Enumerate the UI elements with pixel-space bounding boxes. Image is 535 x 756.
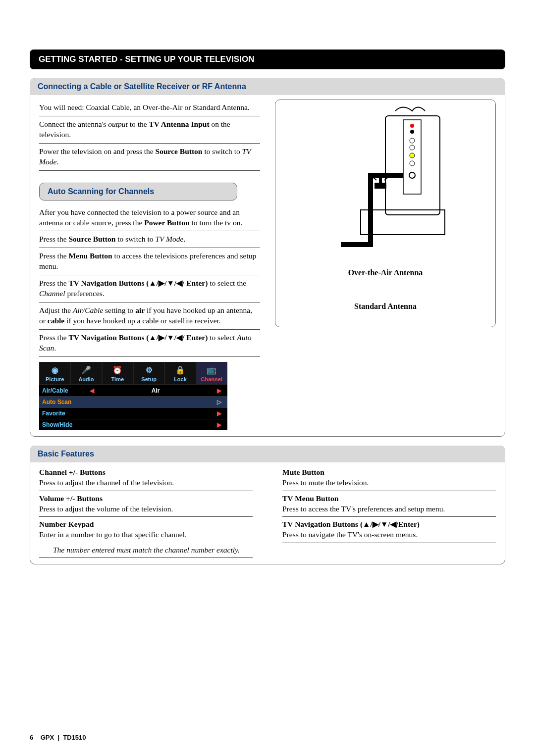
page-banner: GETTING STARTED - SETTING UP YOUR TELEVI… [30, 50, 505, 69]
basic-left-col: Channel +/- Buttons Press to adjust the … [39, 465, 253, 558]
feat-mute: Mute Button Press to mute the television… [282, 465, 496, 491]
arrow-right-icon: ▶ [214, 421, 224, 428]
row-value [87, 410, 214, 417]
menu-row-favorite: Favorite ▶ [39, 407, 227, 419]
heading-basic: Basic Features [30, 446, 505, 462]
text: Connect the antenna's [39, 120, 108, 128]
feat-volume: Volume +/- Buttons Press to adjust the v… [39, 491, 253, 517]
text-bold: TV Antenna Input [149, 120, 210, 128]
row-label: Show/Hide [42, 421, 87, 428]
text: to the [128, 120, 149, 128]
svg-point-9 [409, 172, 415, 178]
text-italic: TV Mode [155, 235, 183, 243]
text-bold: Source Button [68, 235, 115, 243]
basic-right-col: Mute Button Press to mute the television… [282, 465, 496, 558]
feat-channel: Channel +/- Buttons Press to adjust the … [39, 465, 253, 491]
para-needed: You will need: Coaxial Cable, an Over-th… [39, 100, 260, 116]
feat-body: Press to adjust the channel of the telev… [39, 478, 174, 487]
text: setting to [103, 306, 135, 314]
text: . [54, 344, 56, 352]
tab-label: Setup [141, 376, 157, 382]
audio-icon: 🎤 [71, 364, 101, 376]
row-value [87, 399, 214, 405]
page-number: 6 [30, 734, 33, 741]
text: if you have hooked up a cable or satelli… [64, 316, 220, 325]
row-label: Favorite [42, 410, 87, 417]
svg-point-7 [410, 153, 415, 158]
feat-body: Enter in a number to go to that specific… [39, 530, 187, 539]
para-as-4: Press the TV Navigation Buttons (▲/▶/▼/◀… [39, 275, 260, 302]
feat-body: Press to access the TV's preferences and… [282, 504, 445, 513]
right-column: Over-the-Air Antenna Standard Antenna [275, 100, 496, 430]
time-icon: ⏰ [103, 364, 133, 376]
text: Adjust the [39, 306, 73, 314]
section-connecting: Connecting a Cable or Satellite Receiver… [30, 78, 505, 437]
feat-head: Volume +/- Buttons [39, 494, 253, 504]
tab-label: Lock [174, 376, 187, 382]
svg-point-3 [410, 124, 414, 128]
feat-head: Number Keypad [39, 519, 253, 530]
text-italic: output [108, 120, 128, 128]
tv-menu-screenshot: ◉Picture 🎤Audio ⏰Time ⚙Setup 🔒Lock 📺Chan… [39, 362, 227, 430]
left-column: You will need: Coaxial Cable, an Over-th… [39, 100, 260, 430]
para-as-5: Adjust the Air/Cable setting to air if y… [39, 302, 260, 330]
setup-icon: ⚙ [134, 364, 164, 376]
para-as-6: Press the TV Navigation Buttons (▲/▶/▼/◀… [39, 330, 260, 357]
para-connect: Connect the antenna's output to the TV A… [39, 116, 260, 144]
feat-keypad: Number Keypad Enter in a number to go to… [39, 517, 253, 543]
feat-head: Channel +/- Buttons [39, 467, 253, 478]
antenna-diagram: Over-the-Air Antenna Standard Antenna [275, 100, 496, 327]
feat-body: Press to adjust the volume of the televi… [39, 504, 173, 513]
text: Press the [39, 252, 68, 260]
tab-audio: 🎤Audio [70, 362, 102, 385]
text-italic: Channel [39, 289, 65, 298]
feat-nav: TV Navigation Buttons (▲/▶/▼/◀/Enter) Pr… [282, 517, 496, 543]
svg-point-8 [410, 161, 415, 166]
text: to select the [208, 279, 246, 287]
tab-channel: 📺Channel [196, 362, 227, 385]
text-bold: air [135, 306, 145, 314]
feat-head: TV Navigation Buttons (▲/▶/▼/◀/Enter) [282, 519, 496, 530]
svg-rect-1 [361, 210, 445, 235]
tab-lock: 🔒Lock [164, 362, 196, 385]
tab-label: Time [111, 376, 124, 382]
svg-rect-10 [374, 183, 386, 189]
text: preferences. [65, 289, 105, 298]
lock-icon: 🔒 [165, 364, 195, 376]
text: Press the [39, 279, 68, 287]
text: Power the television on and press the [39, 147, 156, 155]
page-footer: 6 GPX | TD1510 [30, 734, 86, 741]
menu-row-autoscan: Auto Scan ▷ [39, 396, 227, 407]
arrow-right-icon: ▶ [214, 410, 224, 417]
text-bold: TV Navigation Buttons (▲/▶/▼/◀/ Enter) [68, 333, 208, 342]
text: to switch to [115, 235, 155, 243]
tab-label: Channel [201, 376, 222, 382]
section-basic-features: Basic Features Channel +/- Buttons Press… [30, 446, 505, 565]
svg-point-4 [410, 130, 414, 134]
row-value: Air [97, 387, 214, 394]
feat-head: Mute Button [282, 467, 496, 478]
para-as-2: Press the Source Button to switch to TV … [39, 231, 260, 248]
tv-back-illustration [281, 106, 489, 254]
footer-model: TD1510 [63, 734, 86, 741]
channel-icon: 📺 [197, 364, 227, 376]
label-ota: Over-the-Air Antenna [281, 268, 489, 277]
text: to select [208, 333, 237, 342]
tab-picture: ◉Picture [39, 362, 70, 385]
tab-label: Audio [78, 376, 94, 382]
row-label: Auto Scan [42, 399, 87, 405]
row-value [87, 421, 214, 428]
feat-body: Press to navigate the TV's on-screen men… [282, 530, 418, 539]
label-std: Standard Antenna [281, 302, 489, 311]
footer-brand: GPX [41, 734, 54, 741]
text-bold: Menu Button [68, 252, 112, 260]
text-italic: Air/Cable [73, 306, 103, 314]
svg-point-6 [410, 145, 415, 150]
text: Press the [39, 333, 68, 342]
text: to switch to [203, 147, 242, 155]
picture-icon: ◉ [40, 364, 70, 376]
row-label: Air/Cable [42, 387, 87, 394]
note-keypad: The number entered must match the channe… [39, 543, 253, 558]
para-power: Power the television on and press the So… [39, 144, 260, 171]
tab-time: ⏰Time [102, 362, 133, 385]
